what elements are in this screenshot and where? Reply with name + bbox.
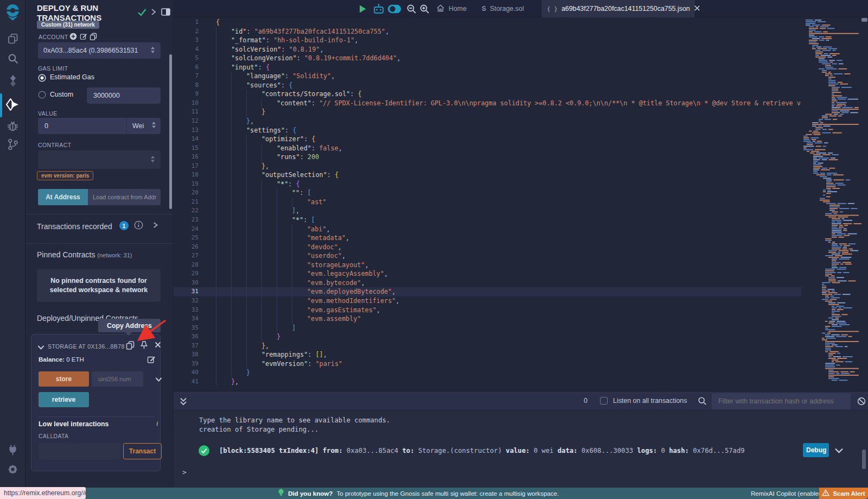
terminal-prompt[interactable]: > bbox=[182, 468, 187, 476]
panel-scrollbar[interactable] bbox=[169, 54, 172, 209]
code-line[interactable]: 15"enabled": false, bbox=[174, 144, 801, 153]
edit-balance-icon[interactable] bbox=[147, 355, 156, 366]
code-line[interactable]: 27"userdoc", bbox=[174, 251, 801, 261]
code-line[interactable]: 33"evm.gasEstimates", bbox=[174, 306, 801, 315]
value-unit-select[interactable]: Wei bbox=[132, 122, 144, 130]
code-line[interactable]: 1{ bbox=[174, 18, 801, 27]
copy-address-icon[interactable] bbox=[126, 340, 135, 352]
tab-storage-sol[interactable]: S Storage.sol bbox=[476, 0, 529, 17]
code-line[interactable]: 16"runs": 200 bbox=[174, 153, 801, 162]
remix-logo[interactable] bbox=[0, 3, 25, 23]
add-account-icon[interactable] bbox=[69, 33, 77, 42]
code-line[interactable]: 11} bbox=[174, 108, 801, 117]
code-line[interactable]: 37}, bbox=[174, 342, 801, 351]
at-address-input[interactable]: Load contract from Addr bbox=[88, 189, 161, 205]
code-line[interactable]: 24"abi", bbox=[174, 225, 801, 234]
sidebar-item-git[interactable] bbox=[0, 138, 25, 153]
code-line[interactable]: 40} bbox=[174, 368, 801, 377]
low-level-info-icon[interactable]: i bbox=[156, 419, 158, 428]
expand-params-icon[interactable] bbox=[155, 375, 162, 384]
at-address-button[interactable]: At Address bbox=[38, 189, 88, 205]
close-contract-icon[interactable] bbox=[154, 341, 162, 351]
code-line[interactable]: 3"_format": "hh-sol-build-info-1", bbox=[174, 36, 801, 45]
code-line[interactable]: 38"remappings": [], bbox=[174, 350, 801, 359]
custom-gas-input[interactable] bbox=[87, 87, 161, 104]
code-line[interactable]: 19"*": { bbox=[174, 180, 801, 189]
code-line[interactable]: 20"": [ bbox=[174, 188, 801, 198]
transact-button[interactable]: Transact bbox=[123, 443, 162, 459]
code-line[interactable]: 29"evm.legacyAssembly", bbox=[174, 269, 801, 279]
custom-gas-radio[interactable] bbox=[38, 91, 46, 101]
code-line[interactable]: 32"evm.methodIdentifiers", bbox=[174, 296, 801, 306]
code-line[interactable]: 7"language": "Solidity", bbox=[174, 72, 801, 81]
code-line[interactable]: 12}, bbox=[174, 117, 801, 126]
store-param-input[interactable] bbox=[92, 371, 143, 387]
zoom-in-icon[interactable] bbox=[419, 4, 430, 16]
sidebar-item-deploy-run[interactable] bbox=[0, 98, 25, 113]
code-line[interactable]: 10"content": "// SPDX-License-Identifier… bbox=[174, 99, 801, 108]
code-line[interactable]: 4"solcVersion": "0.8.19", bbox=[174, 45, 801, 54]
code-line[interactable]: 34"evm.assembly" bbox=[174, 314, 801, 324]
code-line[interactable]: 36} bbox=[174, 332, 801, 342]
debug-button[interactable]: Debug bbox=[803, 443, 829, 457]
pin-panel-icon[interactable] bbox=[161, 7, 171, 19]
sidebar-item-solidity-compiler[interactable] bbox=[0, 74, 25, 90]
code-line[interactable]: 35] bbox=[174, 324, 801, 333]
code-line[interactable]: 6"input": { bbox=[174, 63, 801, 72]
ai-assistant-icon[interactable] bbox=[373, 3, 385, 17]
clear-console-icon[interactable] bbox=[857, 397, 866, 408]
value-input[interactable] bbox=[38, 118, 126, 134]
code-line[interactable]: 41}, bbox=[174, 377, 801, 387]
close-tab-icon[interactable] bbox=[694, 5, 700, 13]
sidebar-item-plugin-manager[interactable] bbox=[0, 444, 25, 458]
sidebar-item-file-explorer[interactable] bbox=[0, 33, 25, 47]
collapse-terminal-icon[interactable] bbox=[179, 397, 188, 408]
code-line[interactable]: 2"id": "a69b43f277ba20fcac141151250ca755… bbox=[174, 27, 801, 36]
code-line[interactable]: 22], bbox=[174, 206, 801, 216]
tx-log-line[interactable]: [block:5583405 txIndex:4] from: 0xa03...… bbox=[219, 447, 800, 454]
contract-instance-title[interactable]: STORAGE AT 0X136...8B78 bbox=[48, 343, 125, 350]
copilot-status[interactable]: RemixAI Copilot (enabled) bbox=[751, 490, 824, 497]
collapse-contract-icon[interactable] bbox=[37, 343, 44, 352]
filter-input[interactable] bbox=[712, 393, 851, 409]
scam-alert-badge[interactable]: Scam Alert bbox=[819, 488, 868, 499]
info-icon[interactable] bbox=[134, 220, 143, 232]
store-button[interactable]: store bbox=[39, 371, 89, 387]
expand-tx-icon[interactable] bbox=[834, 446, 844, 456]
code-line[interactable]: 28"storageLayout", bbox=[174, 261, 801, 270]
expand-transactions-icon[interactable] bbox=[152, 221, 159, 231]
contract-select[interactable] bbox=[38, 150, 161, 169]
code-line[interactable]: 26"devdoc", bbox=[174, 243, 801, 252]
sidebar-item-search[interactable] bbox=[0, 53, 25, 67]
panel-expand-icon[interactable] bbox=[150, 8, 157, 18]
terminal-scrollbar[interactable] bbox=[862, 450, 866, 469]
retrieve-button[interactable]: retrieve bbox=[39, 392, 89, 407]
tab-home[interactable]: Home bbox=[431, 0, 472, 17]
terminal-search-icon[interactable] bbox=[698, 396, 707, 408]
code-line[interactable]: 13"settings": { bbox=[174, 126, 801, 135]
listen-checkbox[interactable] bbox=[600, 397, 608, 405]
code-line[interactable]: 25"metadata", bbox=[174, 233, 801, 243]
sign-message-icon[interactable] bbox=[80, 33, 87, 42]
account-select[interactable]: 0xA03...85ac4 (0.39866531531 bbox=[38, 42, 161, 59]
sidebar-item-settings[interactable] bbox=[0, 464, 25, 477]
code-line[interactable]: 17}, bbox=[174, 162, 801, 171]
minimap[interactable] bbox=[801, 18, 861, 383]
code-editor[interactable]: 1{2"id": "a69b43f277ba20fcac141151250ca7… bbox=[174, 17, 801, 391]
copy-account-icon[interactable] bbox=[90, 33, 97, 42]
code-line[interactable]: 14"optimizer": { bbox=[174, 135, 801, 144]
estimated-gas-radio[interactable] bbox=[38, 74, 46, 84]
zoom-out-icon[interactable] bbox=[406, 4, 417, 16]
editor-scrollbar[interactable] bbox=[861, 18, 867, 22]
calldata-input[interactable] bbox=[39, 443, 121, 459]
run-script-icon[interactable] bbox=[359, 4, 367, 16]
code-line[interactable]: 23"*": [ bbox=[174, 216, 801, 225]
code-line[interactable]: 8"sources": { bbox=[174, 81, 801, 90]
sidebar-item-debugger[interactable] bbox=[0, 119, 25, 134]
tab-json-active[interactable]: { } a69b43f277ba20fcac141151250ca755.jso… bbox=[541, 0, 695, 17]
copilot-toggle-icon[interactable] bbox=[387, 4, 401, 16]
code-line[interactable]: 30"evm.bytecode", bbox=[174, 279, 801, 288]
code-line[interactable]: 9"contracts/Storage.sol": { bbox=[174, 90, 801, 99]
code-line[interactable]: 31"evm.deployedBytecode", bbox=[174, 287, 801, 296]
code-line[interactable]: 18"outputSelection": { bbox=[174, 170, 801, 180]
